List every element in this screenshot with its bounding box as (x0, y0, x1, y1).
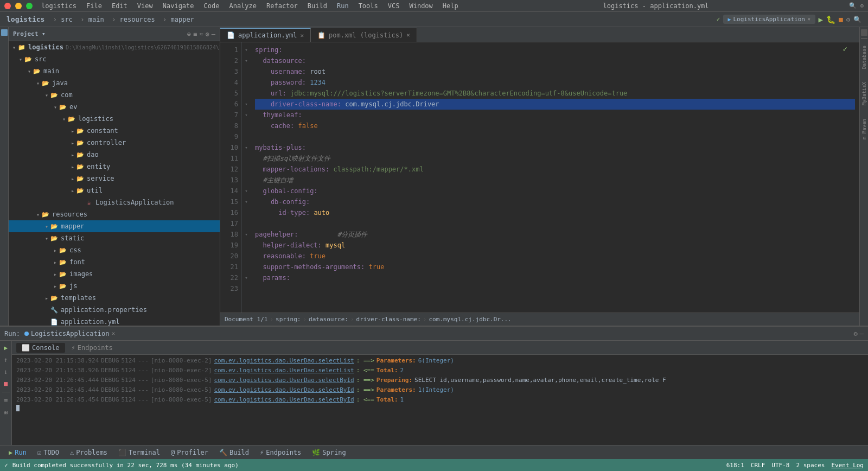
log-class-3[interactable]: com.ev.logistics.dao.UserDao.selectById (214, 375, 354, 385)
menu-logistics[interactable]: logistics (37, 1, 81, 11)
tree-item-logistics-root[interactable]: 📁 logistics D:\XiangMu\linshi\logistics\… (9, 41, 220, 53)
fold-22[interactable]: ▾ (242, 272, 251, 283)
tree-item-main[interactable]: 📂 main (9, 65, 220, 77)
event-log-link[interactable]: Event Log (831, 462, 864, 469)
fold-18[interactable]: ▾ (242, 229, 251, 240)
tree-item-ev[interactable]: 📂 ev (9, 101, 220, 113)
stop-button[interactable]: ■ (839, 15, 843, 23)
tree-item-static[interactable]: 📂 static (9, 232, 220, 244)
window-controls[interactable] (4, 3, 33, 9)
maximize-window-icon[interactable] (26, 3, 33, 9)
tree-item-mapper[interactable]: 📂 mapper (9, 220, 220, 232)
file-tree-content[interactable]: 📁 logistics D:\XiangMu\linshi\logistics\… (9, 41, 220, 326)
run-restart-btn[interactable]: ▶ (1, 343, 11, 353)
fold-15[interactable]: ▾ (242, 196, 251, 207)
tree-item-app-props[interactable]: 🔧 application.properties (9, 304, 220, 316)
tab-console[interactable]: ⬜ Console (16, 343, 65, 353)
run-filter-btn[interactable]: ⊞ (1, 408, 11, 417)
action-terminal-btn[interactable]: ⬛ Terminal (114, 448, 164, 457)
tree-item-entity[interactable]: 📂 entity (9, 161, 220, 173)
tree-item-resources[interactable]: 📂 resources (9, 208, 220, 220)
tree-settings-icon[interactable]: ⚙ (206, 30, 209, 38)
action-profiler-btn[interactable]: @ Profiler (167, 448, 213, 457)
run-down-btn[interactable]: ↓ (1, 367, 11, 377)
debug-button[interactable]: 🐛 (826, 15, 835, 24)
tree-item-css[interactable]: 📂 css (9, 244, 220, 256)
action-build-btn[interactable]: 🔨 Build (215, 448, 253, 457)
tree-item-constant[interactable]: 📂 constant (9, 125, 220, 137)
log-class-2[interactable]: com.ev.logistics.dao.UserDao.selectList (214, 366, 354, 375)
tree-item-app-yml[interactable]: 📄 application.yml (9, 316, 220, 326)
menu-build[interactable]: Build (303, 1, 331, 11)
menu-help[interactable]: Help (438, 1, 463, 11)
menu-file[interactable]: File (82, 1, 106, 11)
tree-options-icon[interactable]: ≈ (199, 30, 203, 38)
maven-label[interactable]: m Maven (861, 119, 867, 139)
log-class-1[interactable]: com.ev.logistics.dao.UserDao.selectList (214, 356, 354, 366)
tree-item-logistics-pkg[interactable]: 📂 logistics (9, 113, 220, 125)
tab-endpoints[interactable]: ⚡ Endpoints (66, 343, 118, 353)
mybatis-label[interactable]: MyBatisX (861, 82, 867, 105)
menu-bar[interactable]: logistics File Edit View Navigate Code A… (37, 1, 463, 11)
tree-item-templates[interactable]: 📂 templates (9, 292, 220, 304)
fold-14[interactable]: ▾ (242, 186, 251, 196)
right-panel-icon-1[interactable] (861, 29, 867, 36)
editor-tabs[interactable]: 📄 application.yml ✕ 📋 pom.xml (logistics… (220, 27, 859, 42)
settings-icon[interactable]: ⚙ (860, 2, 864, 9)
log-class-4[interactable]: com.ev.logistics.dao.UserDao.selectById (214, 385, 354, 395)
fold-7[interactable]: ▾ (242, 110, 251, 120)
close-window-icon[interactable] (4, 3, 11, 9)
menu-vcs[interactable]: VCS (384, 1, 404, 11)
run-wrap-btn[interactable]: ≡ (1, 396, 11, 405)
search-icon[interactable]: 🔍 (849, 2, 857, 9)
menu-code[interactable]: Code (200, 1, 224, 11)
database-label[interactable]: Database (861, 46, 867, 69)
run-close-tab[interactable]: ✕ (111, 330, 115, 337)
bottom-action-bar[interactable]: ▶ Run ☑ TODO ⚠ Problems ⬛ Terminal @ Pro… (0, 445, 868, 459)
tree-item-images[interactable]: 📂 images (9, 268, 220, 280)
search-everywhere-icon[interactable]: 🔍 (853, 16, 861, 23)
minimize-window-icon[interactable] (15, 3, 22, 9)
tab-pom-close[interactable]: ✕ (406, 31, 410, 39)
tab-application-yml[interactable]: 📄 application.yml ✕ (220, 28, 311, 42)
panel-minimize-icon[interactable]: — (860, 330, 864, 338)
action-spring-btn[interactable]: 🌿 Spring (308, 448, 350, 457)
fold-2[interactable]: ▾ (242, 55, 251, 66)
fold-6[interactable]: ▾ (242, 99, 251, 110)
tree-item-util[interactable]: 📂 util (9, 184, 220, 196)
more-run-icon[interactable]: ⚙ (846, 16, 850, 23)
run-up-btn[interactable]: ↑ (1, 355, 11, 365)
menu-tools[interactable]: Tools (354, 1, 382, 11)
menu-navigate[interactable]: Navigate (158, 1, 199, 11)
panel-settings-icon[interactable]: ⚙ (854, 330, 858, 338)
menu-run[interactable]: Run (333, 1, 353, 11)
tree-item-dao[interactable]: 📂 dao (9, 149, 220, 161)
tree-close-icon[interactable]: — (212, 30, 215, 38)
tree-item-logistics-app[interactable]: ☕ LogisticsApplication (9, 196, 220, 208)
log-class-5[interactable]: com.ev.logistics.dao.UserDao.selectById (214, 395, 354, 405)
tab-pom-xml[interactable]: 📋 pom.xml (logistics) ✕ (311, 28, 417, 42)
menu-window[interactable]: Window (405, 1, 437, 11)
tree-item-service[interactable]: 📂 service (9, 173, 220, 184)
action-problems-btn[interactable]: ⚠ Problems (66, 448, 112, 457)
menu-refactor[interactable]: Refactor (262, 1, 302, 11)
project-tab-icon[interactable] (1, 29, 8, 36)
tree-item-src[interactable]: 📂 src (9, 53, 220, 65)
file-tree-actions[interactable]: ⊕ ≡ ≈ ⚙ — (187, 30, 215, 38)
menu-view[interactable]: View (133, 1, 157, 11)
collapse-all-icon[interactable]: ≡ (193, 30, 197, 38)
run-config-selector[interactable]: ▶ LogisticsApplication ▾ (723, 15, 815, 24)
tree-item-controller[interactable]: 📂 controller (9, 137, 220, 149)
tree-item-java[interactable]: 📂 java (9, 77, 220, 89)
tree-item-font[interactable]: 📂 font (9, 256, 220, 268)
console-tabs[interactable]: ⬜ Console ⚡ Endpoints (12, 341, 868, 355)
log-content[interactable]: 2023-02-20 21:15:38.924 DEBUG 5124 --- [… (12, 355, 868, 445)
action-run-btn[interactable]: ▶ Run (4, 448, 31, 457)
code-content[interactable]: spring: datasource: username: root passw… (251, 42, 859, 313)
run-side-controls[interactable]: ▶ ↑ ↓ ■ ≡ ⊞ (0, 341, 12, 445)
menu-edit[interactable]: Edit (107, 1, 132, 11)
fold-10[interactable]: ▾ (242, 142, 251, 153)
run-button[interactable]: ▶ (819, 15, 823, 24)
tab-yml-close[interactable]: ✕ (300, 32, 304, 39)
locate-file-icon[interactable]: ⊕ (187, 30, 191, 38)
